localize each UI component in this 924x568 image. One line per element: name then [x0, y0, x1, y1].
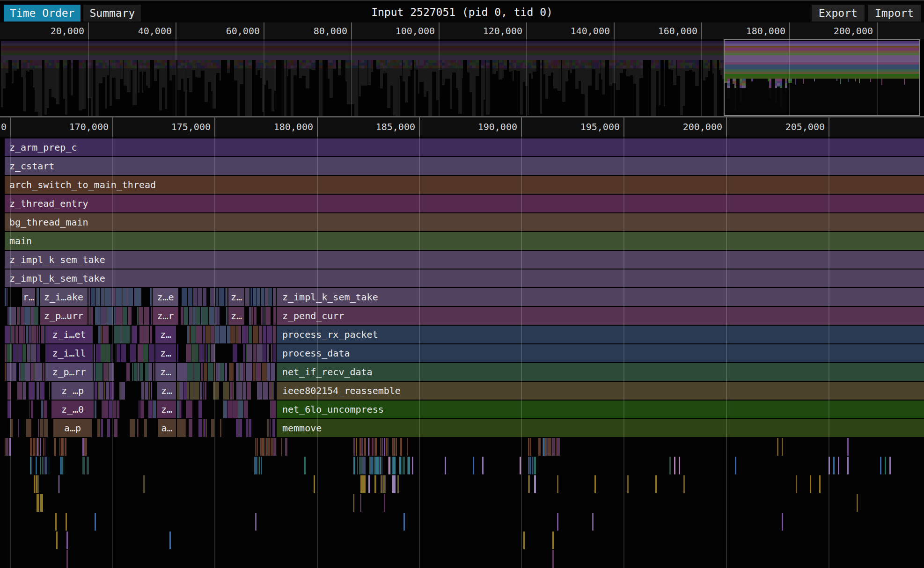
- frame-sliver[interactable]: [130, 344, 136, 362]
- frame-sliver[interactable]: [592, 513, 594, 531]
- frame-sliver[interactable]: [266, 438, 267, 456]
- frame-sliver[interactable]: [198, 288, 202, 306]
- frame-sliver[interactable]: [393, 457, 396, 474]
- frame-sliver[interactable]: [392, 438, 394, 456]
- frame-bar[interactable]: z_cstart: [5, 157, 924, 175]
- frame-sliver[interactable]: [43, 438, 44, 456]
- frame-sliver[interactable]: [204, 419, 205, 437]
- frame-sliver[interactable]: [26, 326, 28, 343]
- frame-sliver[interactable]: [17, 382, 22, 400]
- frame-sliver[interactable]: [59, 438, 60, 456]
- frame-sliver[interactable]: [528, 475, 530, 493]
- frame-sliver[interactable]: [543, 438, 544, 456]
- frame-sliver[interactable]: [7, 363, 13, 381]
- frame-sliver[interactable]: [220, 419, 221, 437]
- frame-sliver[interactable]: [382, 475, 385, 493]
- frame-sliver[interactable]: [381, 475, 382, 493]
- frame-sliver[interactable]: [239, 419, 242, 437]
- frame-sliver[interactable]: [669, 457, 671, 474]
- frame-sliver[interactable]: [98, 326, 101, 343]
- frame-sliver[interactable]: [371, 438, 371, 456]
- frame-sliver[interactable]: [144, 326, 149, 343]
- frame-sliver[interactable]: [255, 438, 256, 456]
- frame-sliver[interactable]: [399, 457, 401, 474]
- frame-sliver[interactable]: [88, 288, 90, 306]
- frame-sliver[interactable]: [394, 438, 395, 456]
- frame-sliver[interactable]: [528, 438, 529, 456]
- frame-sliver[interactable]: [40, 438, 41, 456]
- frame-sliver[interactable]: [44, 419, 48, 437]
- frame-sliver[interactable]: [143, 475, 145, 493]
- frame-sliver[interactable]: [304, 457, 306, 474]
- frame-sliver[interactable]: [227, 401, 233, 418]
- frame-sliver[interactable]: [216, 288, 218, 306]
- frame-sliver[interactable]: [61, 438, 64, 456]
- frame-sliver[interactable]: [103, 363, 107, 381]
- frame-sliver[interactable]: [375, 457, 379, 474]
- frame-sliver[interactable]: [111, 288, 116, 306]
- frame-sliver[interactable]: [205, 344, 207, 362]
- frame-sliver[interactable]: [263, 307, 264, 325]
- frame-fragment[interactable]: z…: [227, 307, 245, 325]
- frame-sliver[interactable]: [256, 363, 261, 381]
- frame-sliver[interactable]: [22, 344, 26, 362]
- frame-sliver[interactable]: [139, 363, 143, 381]
- frame-sliver[interactable]: [381, 438, 383, 456]
- frame-fragment[interactable]: z_p…rr: [44, 363, 94, 381]
- frame-sliver[interactable]: [11, 307, 16, 325]
- frame-sliver[interactable]: [389, 457, 390, 474]
- frame-sliver[interactable]: [380, 438, 381, 456]
- frame-sliver[interactable]: [210, 288, 215, 306]
- frame-sliver[interactable]: [13, 363, 16, 381]
- frame-sliver[interactable]: [42, 457, 43, 474]
- frame-sliver[interactable]: [258, 457, 258, 474]
- frame-sliver[interactable]: [520, 457, 521, 474]
- frame-sliver[interactable]: [7, 344, 12, 362]
- frame-sliver[interactable]: [379, 457, 380, 474]
- frame-sliver[interactable]: [251, 307, 253, 325]
- frame-sliver[interactable]: [37, 382, 39, 400]
- frame-sliver[interactable]: [60, 457, 63, 474]
- frame-sliver[interactable]: [360, 475, 363, 493]
- frame-bar[interactable]: bg_thread_main: [5, 213, 924, 231]
- frame-sliver[interactable]: [263, 326, 266, 343]
- frame-sliver[interactable]: [556, 438, 557, 456]
- frame-sliver[interactable]: [114, 326, 120, 343]
- frame-fragment[interactable]: z…: [156, 401, 177, 418]
- frame-bar[interactable]: z_thread_entry: [5, 195, 924, 212]
- frame-sliver[interactable]: [205, 344, 205, 362]
- frame-sliver[interactable]: [403, 513, 405, 531]
- frame-sliver[interactable]: [10, 419, 13, 437]
- frame-sliver[interactable]: [128, 288, 133, 306]
- frame-bar[interactable]: z_impl_k_sem_take: [5, 269, 924, 287]
- frame-sliver[interactable]: [220, 363, 224, 381]
- frame-bar[interactable]: net_6lo_uncompress: [276, 401, 924, 418]
- frame-sliver[interactable]: [674, 457, 675, 474]
- frame-sliver[interactable]: [235, 326, 239, 343]
- frame-sliver[interactable]: [185, 419, 186, 437]
- frame-sliver[interactable]: [199, 344, 204, 362]
- frame-sliver[interactable]: [219, 288, 224, 306]
- frame-sliver[interactable]: [120, 382, 125, 400]
- frame-sliver[interactable]: [186, 344, 191, 362]
- frame-sliver[interactable]: [229, 363, 234, 381]
- frame-sliver[interactable]: [253, 344, 254, 362]
- frame-sliver[interactable]: [263, 344, 266, 362]
- frame-sliver[interactable]: [196, 326, 202, 343]
- frame-sliver[interactable]: [44, 401, 47, 418]
- frame-sliver[interactable]: [353, 494, 354, 512]
- frame-sliver[interactable]: [13, 344, 17, 362]
- frame-sliver[interactable]: [397, 475, 399, 493]
- frame-sliver[interactable]: [255, 513, 257, 531]
- frame-sliver[interactable]: [182, 401, 182, 418]
- frame-sliver[interactable]: [202, 307, 208, 325]
- frame-sliver[interactable]: [239, 326, 241, 343]
- frame-sliver[interactable]: [369, 457, 370, 474]
- frame-sliver[interactable]: [41, 494, 43, 512]
- frame-sliver[interactable]: [253, 288, 256, 306]
- frame-sliver[interactable]: [236, 419, 239, 437]
- frame-sliver[interactable]: [126, 288, 128, 306]
- frame-sliver[interactable]: [151, 382, 152, 400]
- frame-sliver[interactable]: [149, 382, 150, 400]
- frame-sliver[interactable]: [40, 494, 41, 512]
